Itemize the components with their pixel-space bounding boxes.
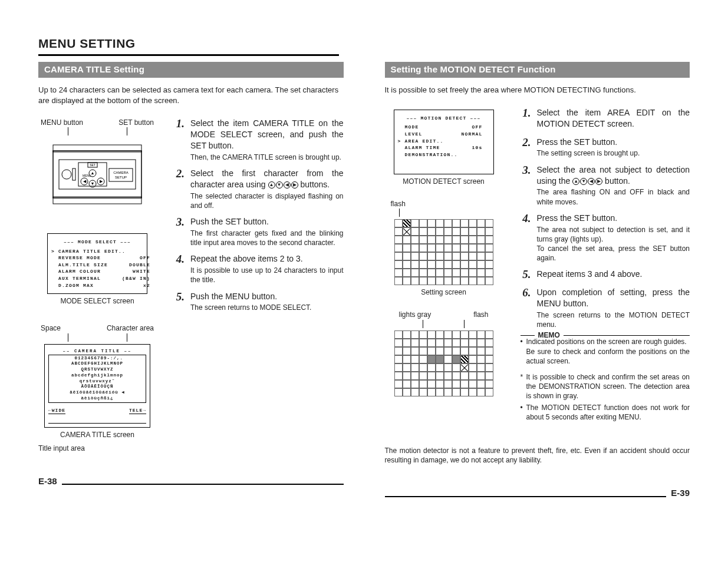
menu-button-label: MENU button xyxy=(41,118,83,127)
step-sub: Then, the CAMERA TITLE screen is brought… xyxy=(190,153,344,162)
arrow-icon: ▲ xyxy=(572,178,579,185)
step-main: Push the MENU button. xyxy=(190,291,344,302)
motion-detect-caption: MOTION DETECT screen xyxy=(385,177,503,186)
setting-grid-1 xyxy=(394,219,493,285)
step-number: 5. xyxy=(521,269,531,280)
svg-text:◀: ◀ xyxy=(83,179,87,183)
step: 4.Press the SET button.The area not subj… xyxy=(521,213,690,263)
right-column: Setting the MOTION DETECT Function It is… xyxy=(385,62,690,499)
arrow-icon: ▲ xyxy=(268,181,275,189)
step-main: Select the area not subject to detection… xyxy=(537,164,690,187)
step-number: 4. xyxy=(174,253,185,265)
svg-text:SETUP: SETUP xyxy=(115,176,127,179)
svg-text:SET: SET xyxy=(90,163,95,167)
left-intro: Up to 24 characters can be selected as c… xyxy=(38,85,344,106)
step: 3.Push the SET button.The first characte… xyxy=(174,216,344,247)
step-number: 2. xyxy=(174,168,185,179)
step: 1.Select the item AREA EDIT on the MOTIO… xyxy=(521,107,690,131)
arrow-icons: ▲▼◀▶ xyxy=(268,181,298,189)
title-input-label: Title input area xyxy=(38,444,156,453)
motion-detect-osd: ––– MOTION DETECT ––– MODE OFF LEVEL NOR… xyxy=(394,110,494,174)
arrow-icon: ▼ xyxy=(276,181,283,189)
memo-box: MEMO Indicated positions on the screen a… xyxy=(521,335,690,422)
arrow-icon: ◀ xyxy=(588,178,595,185)
section-bar-left: CAMERA TITLE Setting xyxy=(38,62,344,77)
camera-title-osd: –– CAMERA TITLE –– 0123456789-:/,. ABCDE… xyxy=(44,344,150,428)
left-column: CAMERA TITLE Setting Up to 24 characters… xyxy=(38,62,344,499)
osd-row: > CAMERA TITLE EDIT.. REVERSE MODE OFF A… xyxy=(51,249,150,288)
step-main: Select the first character from the char… xyxy=(190,168,344,190)
flash-label-2: flash xyxy=(473,310,488,319)
page-no-right: E-39 xyxy=(671,487,690,499)
step-sub: The screen returns to MODE SELECT. xyxy=(190,303,344,312)
step-main: Repeat items 3 and 4 above. xyxy=(537,269,690,280)
step-number: 1. xyxy=(174,118,185,129)
step-number: 3. xyxy=(174,216,185,227)
nav-tele: TELE→ xyxy=(129,408,146,415)
step: 1.Select the item CAMERA TITLE on the MO… xyxy=(174,118,344,162)
step-main: Push the SET button. xyxy=(190,216,344,227)
arrow-icon: ▶ xyxy=(291,181,298,189)
step-sub: It is possible to use up to 24 character… xyxy=(190,266,344,285)
camera-title-caption: CAMERA TITLE screen xyxy=(38,430,156,439)
step-number: 4. xyxy=(521,213,531,224)
footer-right: E-39 xyxy=(385,487,690,499)
step-main: Select the item CAMERA TITLE on the MODE… xyxy=(190,118,344,151)
setting-grid-2 xyxy=(394,330,493,396)
step: 3.Select the area not subject to detecti… xyxy=(521,164,690,207)
svg-text:▲: ▲ xyxy=(91,171,95,175)
step: 2.Press the SET button.The setting scree… xyxy=(521,137,690,158)
arrow-icon: ◀ xyxy=(284,181,291,189)
svg-rect-5 xyxy=(73,168,75,180)
step-main: Select the item AREA EDIT on the MOTION … xyxy=(537,107,690,130)
step-number: 6. xyxy=(521,287,531,298)
step: 4.Repeat the above items 2 to 3.It is po… xyxy=(174,253,344,285)
title-rule xyxy=(38,54,339,56)
step-sub: The area not subject to detection is set… xyxy=(537,225,690,263)
step: 2.Select the first character from the ch… xyxy=(174,168,344,210)
step-main: Press the SET button. xyxy=(537,213,690,224)
disclaimer: The motion detector is not a feature to … xyxy=(385,446,690,465)
step: 5.Repeat items 3 and 4 above. xyxy=(521,269,690,281)
step-main: Upon completion of setting, press the ME… xyxy=(537,287,690,309)
svg-text:CAMERA: CAMERA xyxy=(113,171,129,174)
setting-caption: Setting screen xyxy=(385,287,503,297)
memo-item: It is possible to check and confirm the … xyxy=(521,372,690,401)
svg-rect-0 xyxy=(53,151,141,198)
step-number: 2. xyxy=(521,137,531,148)
step: 5.Push the MENU button.The screen return… xyxy=(174,291,344,313)
device-diagram: CAMERA SETUP SET MENU ◀ ▶ ▲ ▼ xyxy=(50,139,144,210)
section-bar-right: Setting the MOTION DETECT Function xyxy=(385,62,690,77)
step-sub: The screen returns to the MOTION DETECT … xyxy=(537,310,690,329)
step-number: 1. xyxy=(521,107,531,118)
arrow-icon: ▼ xyxy=(580,178,587,185)
page-title: MENU SETTING xyxy=(38,35,690,52)
svg-point-4 xyxy=(62,170,71,179)
svg-text:▼: ▼ xyxy=(91,181,95,186)
memo-item: The MOTION DETECT function does not work… xyxy=(521,403,690,422)
step: 6.Upon completion of setting, press the … xyxy=(521,287,690,329)
char-area-label: Character area xyxy=(107,323,154,333)
mode-select-caption: MODE SELECT screen xyxy=(38,296,156,306)
arrow-icons: ▲▼◀▶ xyxy=(572,178,602,185)
svg-text:▶: ▶ xyxy=(100,179,103,183)
step-sub: The area flashing ON and OFF in black an… xyxy=(537,187,690,206)
step-main: Repeat the above items 2 to 3. xyxy=(190,253,344,265)
left-steps: 1.Select the item CAMERA TITLE on the MO… xyxy=(174,118,344,313)
step-sub: The first character gets fixed and the b… xyxy=(190,229,344,247)
page-no-left: E-38 xyxy=(38,475,57,487)
space-label: Space xyxy=(41,323,61,333)
step-sub: The selected character is displayed flas… xyxy=(190,191,344,210)
footer-left: E-38 xyxy=(38,475,344,487)
step-number: 3. xyxy=(521,164,531,176)
memo-item: Indicated positions on the screen are ro… xyxy=(521,337,690,366)
gray-label: lights gray xyxy=(399,310,431,319)
right-steps: 1.Select the item AREA EDIT on the MOTIO… xyxy=(521,107,690,330)
arrow-icon: ▶ xyxy=(595,178,602,185)
step-main: Press the SET button. xyxy=(537,137,690,148)
nav-wide: ←WIDE xyxy=(48,408,65,415)
flash-label-1: flash xyxy=(391,200,406,208)
mode-select-osd: ––– MODE SELECT –––> CAMERA TITLE EDIT..… xyxy=(47,233,147,294)
set-button-label: SET button xyxy=(118,118,154,127)
step-sub: The setting screen is brought up. xyxy=(537,148,690,158)
